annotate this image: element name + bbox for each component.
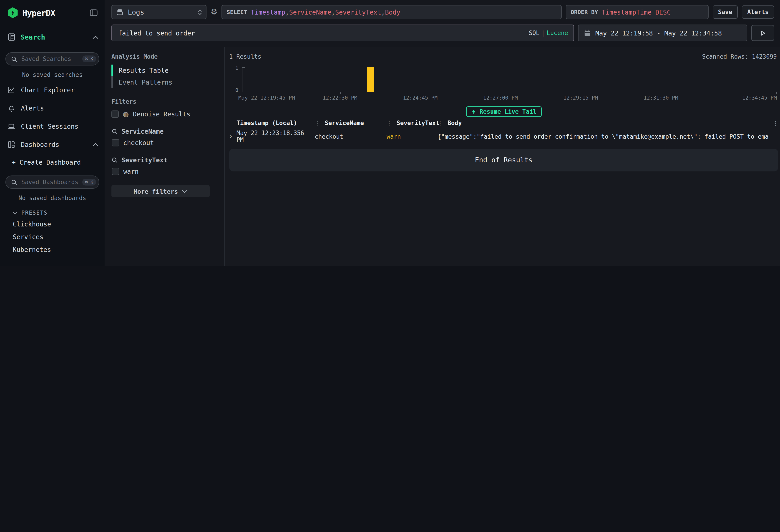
sidebar-item-label: Chart Explorer (21, 86, 98, 94)
sidebar-item-team-settings[interactable]: ⚙ Team Settings (0, 256, 105, 266)
filter-group-header[interactable]: ServiceName (111, 128, 220, 135)
table-options-kebab-icon[interactable]: ⋮ (768, 119, 779, 127)
result-row[interactable]: › May 22 12:23:18.356 PM checkout warn {… (229, 130, 779, 143)
saved-searches-search[interactable]: ⌘ K (5, 52, 99, 65)
create-dashboard-button[interactable]: + Create Dashboard (0, 154, 105, 171)
x-axis-tick-label: 12:31:30 PM (643, 95, 678, 101)
source-select-value: Logs (128, 8, 193, 16)
search-icon (111, 157, 118, 163)
more-filters-button[interactable]: More filters (111, 185, 210, 197)
warn-checkbox[interactable] (112, 168, 119, 175)
source-select[interactable]: Logs (111, 5, 206, 19)
order-by-value: TimestampTime DESC (602, 8, 671, 16)
x-axis-tick (776, 92, 777, 94)
y-axis-tick-label: 0 (233, 87, 238, 93)
saved-searches-input[interactable] (20, 55, 79, 63)
sidebar-item-alerts[interactable]: Alerts (0, 99, 105, 117)
expand-row-chevron-icon[interactable]: › (229, 133, 237, 140)
mode-event-patterns[interactable]: Event Patterns (111, 77, 220, 88)
filter-group-severitytext: SeverityText warn (111, 156, 220, 175)
histogram-bar[interactable] (367, 67, 374, 92)
y-axis-tick-label: 1 (233, 65, 238, 71)
preset-clickhouse[interactable]: Clickhouse (0, 218, 105, 231)
column-separator[interactable]: ⋮ (438, 120, 443, 126)
collapse-sidebar-icon[interactable] (89, 8, 98, 17)
search-input[interactable] (117, 29, 525, 37)
preset-kubernetes[interactable]: Kubernetes (0, 243, 105, 256)
filter-option-warn[interactable]: warn (112, 168, 220, 175)
source-settings-gear-icon[interactable]: ⚙ (210, 8, 217, 16)
hyperdx-logo-icon (7, 7, 18, 18)
column-header-servicename[interactable]: ⋮ServiceName (315, 119, 387, 127)
chevron-up-icon (93, 35, 98, 39)
column-header-timestamp[interactable]: Timestamp (Local) (237, 119, 315, 127)
run-query-button[interactable] (751, 25, 774, 41)
filter-group-name: SeverityText (121, 156, 167, 164)
language-toggle[interactable]: SQL|Lucene (529, 30, 568, 36)
filter-group-header[interactable]: SeverityText (111, 156, 220, 164)
column-header-body[interactable]: ⋮Body (438, 119, 768, 127)
denoise-checkbox[interactable] (111, 110, 119, 118)
filters-title: Filters (111, 98, 220, 105)
column-separator[interactable]: ⋮ (315, 120, 320, 126)
denoise-results-row[interactable]: ◍ Denoise Results (111, 110, 220, 118)
column-header-severitytext[interactable]: ⋮SeverityText (387, 119, 438, 127)
chevron-down-icon (182, 189, 188, 193)
search-query-box[interactable]: SQL|Lucene (111, 25, 574, 41)
logs-source-icon (116, 8, 124, 16)
results-histogram[interactable]: 1 0 May 22 12:19:45 PM 12:22: (234, 67, 778, 100)
sidebar-item-label: Client Sessions (21, 123, 98, 130)
end-of-results: End of Results (229, 149, 778, 172)
presets-label: PRESETS (21, 210, 48, 216)
x-axis-tick-label: May 22 12:19:45 PM (238, 95, 295, 101)
language-toggle-divider: | (541, 30, 545, 36)
filter-option-label: warn (123, 168, 139, 175)
sidebar-item-chart-explorer[interactable]: Chart Explorer (0, 81, 105, 99)
save-button[interactable]: Save (713, 5, 738, 19)
calendar-icon (584, 29, 591, 37)
sidebar-item-search[interactable]: Search (0, 23, 105, 47)
x-axis-tick (501, 92, 501, 94)
chevron-up-icon (93, 143, 98, 146)
query-column: ServiceName (289, 8, 331, 16)
chart-plot-area[interactable] (242, 67, 777, 92)
play-icon (760, 30, 766, 36)
sql-toggle[interactable]: SQL (529, 30, 539, 36)
query-row: Logs ⚙ SELECTTimestamp, ServiceName, Sev… (111, 5, 774, 19)
column-separator[interactable]: ⋮ (387, 120, 392, 126)
checkout-checkbox[interactable] (112, 139, 119, 146)
resume-live-tail-button[interactable]: Resume Live Tail (467, 106, 541, 117)
time-range-picker[interactable]: May 22 12:19:58 - May 22 12:34:58 (578, 25, 747, 41)
presets-toggle[interactable]: PRESETS (0, 204, 105, 218)
resume-live-tail-label: Resume Live Tail (480, 108, 536, 115)
x-axis-tick (421, 92, 421, 94)
filter-group-name: ServiceName (121, 128, 163, 135)
mode-results-table[interactable]: Results Table (111, 64, 220, 77)
alerts-button[interactable]: Alerts (742, 5, 774, 19)
sidebar-item-dashboards[interactable]: Dashboards (0, 136, 105, 154)
select-query-input[interactable]: SELECTTimestamp, ServiceName, SeverityTe… (222, 5, 562, 19)
create-dashboard-label: + Create Dashboard (12, 159, 81, 166)
filter-option-checkout[interactable]: checkout (112, 139, 220, 146)
sidebar-item-client-sessions[interactable]: Client Sessions (0, 117, 105, 136)
saved-dashboards-input[interactable] (20, 178, 79, 186)
row-severity: warn (387, 133, 438, 140)
order-by-input[interactable]: ORDER BY TimestampTime DESC (566, 5, 709, 19)
row-timestamp: May 22 12:23:18.356 PM (237, 130, 315, 143)
saved-dashboards-search[interactable]: ⌘ K (5, 176, 99, 189)
query-column: SeverityText (335, 8, 381, 16)
search-section-icon (7, 33, 16, 41)
query-separator: , (381, 8, 385, 16)
logo-row: HyperDX (0, 0, 105, 23)
lucene-toggle[interactable]: Lucene (547, 30, 568, 36)
topbar: Logs ⚙ SELECTTimestamp, ServiceName, Sev… (105, 0, 780, 47)
body-row: Analysis Mode Results Table Event Patter… (105, 47, 780, 266)
row-service: checkout (315, 133, 387, 140)
preset-services[interactable]: Services (0, 231, 105, 243)
results-count: 1 Results (229, 53, 261, 60)
results-header: 1 Results Scanned Rows: 1423099 (229, 53, 777, 60)
sidebar-item-label: Dashboards (21, 141, 87, 148)
results-panel: 1 Results Scanned Rows: 1423099 1 0 (225, 47, 780, 266)
x-axis-tick-label: 12:22:30 PM (323, 95, 357, 101)
more-filters-label: More filters (134, 188, 178, 195)
